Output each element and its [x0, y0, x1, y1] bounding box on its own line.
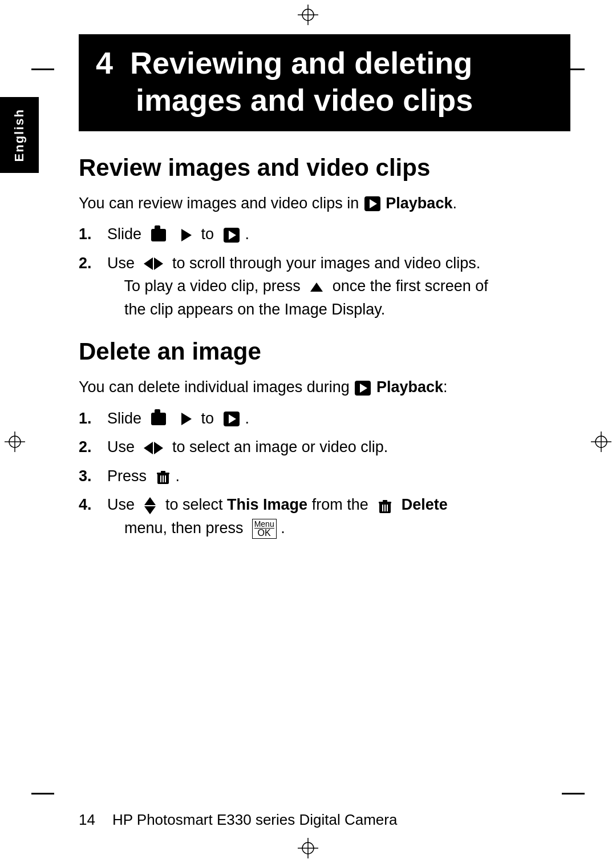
footer-document-title: HP Photosmart E330 series Digital Camera [112, 811, 398, 829]
trash-icon-d3 [157, 469, 169, 485]
corner-mark-bottom-right [562, 793, 585, 795]
mode-play-icon-d1 [181, 413, 192, 425]
arrow-left-icon [144, 257, 153, 270]
delete-step-4: 4. Use to select This Image from the [79, 493, 570, 539]
review-step-1: 1. Slide to . [79, 223, 570, 246]
tri-down-icon [144, 506, 156, 514]
section-delete-intro: You can delete individual images during … [79, 376, 570, 399]
section-delete: Delete an image You can delete individua… [79, 338, 570, 539]
delete-steps-list: 1. Slide to . 2. Use to select an image … [79, 407, 570, 540]
delete-step-3: 3. Press . [79, 465, 570, 488]
lr-arrows-icon-d2 [143, 442, 164, 454]
review-step-2: 2. Use to scroll through your images and… [79, 252, 570, 321]
camera-icon [151, 229, 166, 241]
section-delete-heading: Delete an image [79, 338, 570, 365]
section-review-intro: You can review images and video clips in… [79, 192, 570, 215]
reg-mark-top-center [298, 5, 318, 25]
section-review: Review images and video clips You can re… [79, 154, 570, 321]
corner-mark-top-right [562, 68, 585, 70]
sidebar: English [0, 97, 39, 173]
playback-icon-delete-intro [355, 381, 371, 396]
arrow-up-down-icon [144, 497, 156, 514]
chapter-title: 4 Reviewing and deleting images and vide… [96, 45, 553, 119]
svg-rect-14 [157, 473, 169, 474]
mode-play-icon [181, 229, 192, 241]
arrow-up-icon [310, 283, 323, 292]
svg-rect-20 [379, 502, 391, 503]
footer: 14 HP Photosmart E330 series Digital Cam… [39, 811, 616, 829]
sidebar-language-label: English [12, 108, 27, 162]
delete-step-1: 1. Slide to . [79, 407, 570, 430]
lr-arrows-icon [143, 257, 164, 270]
corner-mark-bottom-left [31, 793, 54, 795]
trash-icon-d4 [379, 498, 391, 514]
menu-ok-button: Menu OK [252, 519, 277, 539]
camera-icon-d1 [151, 413, 166, 425]
footer-page-number: 14 [79, 811, 95, 829]
arrow-right-icon-d2 [154, 442, 163, 454]
main-content: 4 Reviewing and deleting images and vide… [39, 0, 616, 585]
tri-up-icon [144, 497, 156, 505]
arrow-left-icon-d2 [144, 442, 153, 454]
arrow-right-icon [154, 257, 163, 270]
playback-icon-step1 [224, 228, 240, 243]
review-steps-list: 1. Slide to . 2. Use to scroll through y… [79, 223, 570, 321]
reg-mark-right-mid [591, 432, 611, 452]
delete-step-2: 2. Use to select an image or video clip. [79, 435, 570, 459]
section-review-heading: Review images and video clips [79, 154, 570, 182]
corner-mark-top-left [31, 68, 54, 70]
playback-icon-d1 [224, 412, 240, 426]
chapter-heading-block: 4 Reviewing and deleting images and vide… [79, 34, 570, 131]
reg-mark-bottom-center [298, 838, 318, 858]
playback-icon-intro [364, 196, 380, 211]
reg-mark-left-mid [5, 432, 25, 452]
